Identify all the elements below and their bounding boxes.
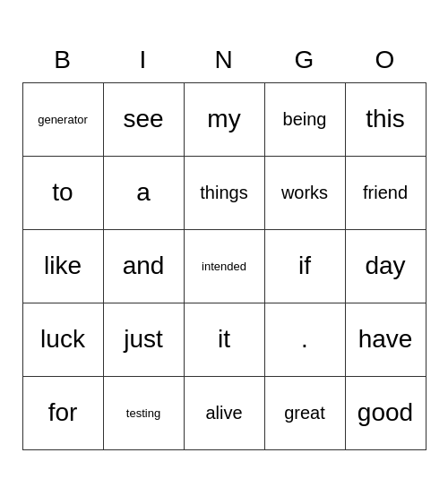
bingo-cell: testing (104, 377, 185, 450)
bingo-cell: generator (23, 83, 104, 157)
bingo-cell: my (185, 83, 265, 157)
bingo-cell: luck (23, 303, 104, 377)
bingo-cell: things (185, 157, 265, 230)
header-letter: N (184, 38, 264, 82)
bingo-cell: it (185, 303, 265, 377)
bingo-row: toathingsworksfriend (23, 157, 426, 230)
header-letter: O (345, 38, 426, 82)
header-letter: B (22, 38, 103, 82)
bingo-cell: good (346, 377, 426, 450)
bingo-row: fortestingalivegreatgood (23, 377, 426, 450)
bingo-cell: a (104, 157, 185, 230)
bingo-cell: being (265, 83, 346, 157)
bingo-cell: just (104, 303, 185, 377)
bingo-cell: . (265, 303, 346, 377)
bingo-row: generatorseemybeingthis (23, 83, 426, 157)
bingo-cell: friend (346, 157, 426, 230)
bingo-row: luckjustit.have (23, 303, 426, 377)
bingo-row: likeandintendedifday (23, 230, 426, 303)
bingo-header: BINGO (22, 38, 426, 82)
bingo-cell: day (346, 230, 426, 303)
bingo-cell: like (23, 230, 104, 303)
bingo-cell: and (104, 230, 185, 303)
header-letter: I (103, 38, 184, 82)
bingo-cell: intended (185, 230, 265, 303)
bingo-grid: generatorseemybeingthistoathingsworksfri… (22, 82, 426, 450)
bingo-cell: see (104, 83, 185, 157)
bingo-cell: have (346, 303, 426, 377)
bingo-card: BINGO generatorseemybeingthistoathingswo… (22, 38, 426, 450)
bingo-cell: this (346, 83, 426, 157)
bingo-cell: to (23, 157, 104, 230)
header-letter: G (264, 38, 345, 82)
bingo-cell: for (23, 377, 104, 450)
bingo-cell: if (265, 230, 346, 303)
bingo-cell: alive (185, 377, 265, 450)
bingo-cell: great (265, 377, 346, 450)
bingo-cell: works (265, 157, 346, 230)
